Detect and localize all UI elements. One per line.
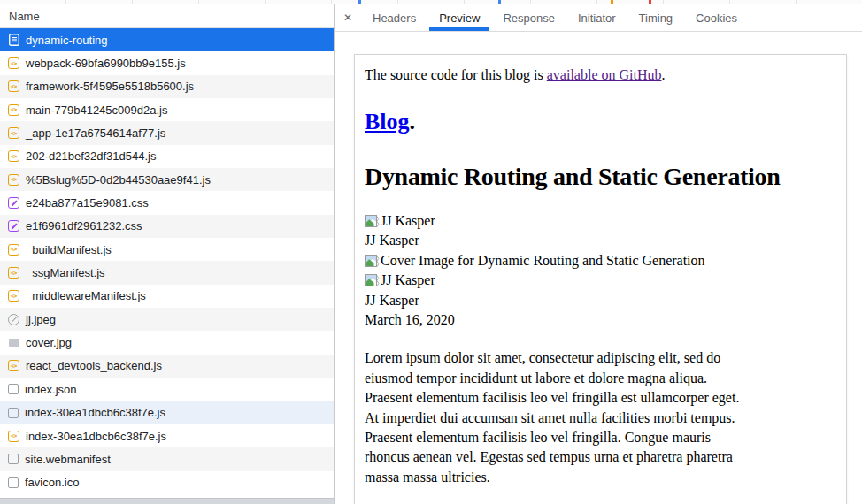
request-row[interactable]: e1f6961df2961232.css bbox=[0, 215, 334, 238]
image-file-icon bbox=[8, 337, 19, 348]
request-list: dynamic-routing<>webpack-69bfa6990bb9e15… bbox=[0, 28, 334, 494]
document-icon bbox=[8, 34, 19, 46]
request-name: %5Bslug%5D-0d2b44530aae9f41.js bbox=[26, 173, 211, 187]
tab-preview[interactable]: Preview bbox=[427, 4, 491, 31]
post-meta-line: JJ Kasper bbox=[365, 211, 837, 231]
request-name: favicon.ico bbox=[25, 476, 79, 489]
close-icon[interactable]: ✕ bbox=[335, 4, 361, 31]
blog-heading: Blog. bbox=[365, 108, 837, 136]
request-row[interactable]: <>_buildManifest.js bbox=[0, 238, 334, 261]
image-file-icon bbox=[8, 314, 19, 325]
generic-file-icon bbox=[8, 477, 19, 488]
request-name: _app-1e17a6754614af77.js bbox=[26, 126, 165, 140]
post-meta-line: Cover Image for Dynamic Routing and Stat… bbox=[365, 251, 837, 271]
post-meta: JJ KasperJJ KasperCover Image for Dynami… bbox=[365, 211, 837, 330]
request-name: webpack-69bfa6990bb9e155.js bbox=[26, 57, 186, 70]
request-row[interactable]: index-30ea1dbcb6c38f7e.js bbox=[0, 401, 334, 424]
request-row[interactable]: dynamic-routing bbox=[0, 28, 334, 51]
request-name: _middlewareManifest.js bbox=[26, 289, 146, 302]
request-name: _buildManifest.js bbox=[26, 243, 112, 256]
script-file-icon: <> bbox=[8, 150, 19, 162]
tab-headers[interactable]: Headers bbox=[361, 4, 427, 31]
request-row[interactable]: favicon.ico bbox=[0, 471, 334, 494]
request-name: framework-5f4595e5518b5600.js bbox=[26, 80, 194, 93]
script-file-icon: <> bbox=[8, 290, 19, 302]
blog-link[interactable]: Blog bbox=[365, 109, 410, 134]
script-file-icon: <> bbox=[8, 244, 19, 256]
post-body-paragraph: Lorem ipsum dolor sit amet, consectetur … bbox=[365, 348, 837, 487]
tab-cookies[interactable]: Cookies bbox=[684, 4, 749, 31]
request-row[interactable]: <>_ssgManifest.js bbox=[0, 261, 334, 284]
meta-text: JJ Kasper bbox=[381, 213, 435, 228]
request-row[interactable]: cover.jpg bbox=[0, 331, 334, 354]
request-row[interactable]: <>%5Bslug%5D-0d2b44530aae9f41.js bbox=[0, 168, 334, 191]
meta-text: March 16, 2020 bbox=[365, 312, 455, 327]
request-name: cover.jpg bbox=[26, 336, 72, 349]
post-meta-line: JJ Kasper bbox=[365, 231, 837, 250]
request-row[interactable]: jj.jpeg bbox=[0, 308, 334, 331]
script-file-icon: <> bbox=[8, 104, 19, 116]
request-row[interactable]: <>_middlewareManifest.js bbox=[0, 285, 334, 308]
request-name: react_devtools_backend.js bbox=[26, 359, 162, 372]
meta-text: JJ Kasper bbox=[365, 233, 419, 248]
devtools-network-panel: Name dynamic-routing<>webpack-69bfa6990b… bbox=[0, 0, 862, 504]
script-file-icon: <> bbox=[8, 127, 19, 139]
preview-rendered-document: The source code for this blog is availab… bbox=[354, 54, 847, 504]
script-file-icon: <> bbox=[8, 80, 19, 92]
overview-tick-red bbox=[649, 0, 651, 4]
request-row[interactable]: <>main-779b41245c009d2a.js bbox=[0, 98, 334, 121]
name-column-label: Name bbox=[9, 10, 40, 23]
request-name: dynamic-routing bbox=[26, 34, 108, 47]
stylesheet-file-icon bbox=[8, 197, 19, 209]
meta-text: JJ Kasper bbox=[365, 293, 419, 308]
request-row[interactable]: index.json bbox=[0, 378, 334, 401]
request-row[interactable]: <>react_devtools_backend.js bbox=[0, 355, 334, 378]
broken-image-icon bbox=[365, 255, 380, 267]
request-name: site.webmanifest bbox=[25, 453, 111, 466]
generic-file-icon bbox=[8, 408, 19, 418]
tab-initiator[interactable]: Initiator bbox=[566, 4, 627, 31]
github-link[interactable]: available on GitHub bbox=[547, 67, 662, 82]
request-row[interactable]: <>webpack-69bfa6990bb9e155.js bbox=[0, 51, 334, 74]
generic-file-icon bbox=[8, 384, 19, 394]
request-row[interactable]: site.webmanifest bbox=[0, 447, 334, 470]
request-name: index.json bbox=[25, 383, 77, 396]
request-name: index-30ea1dbcb6c38f7e.js bbox=[25, 406, 165, 419]
overview-tick-blue bbox=[358, 0, 361, 4]
blog-period: . bbox=[410, 109, 416, 134]
script-file-icon: <> bbox=[8, 174, 19, 186]
request-name: index-30ea1dbcb6c38f7e.js bbox=[26, 430, 166, 443]
generic-file-icon bbox=[8, 454, 19, 464]
request-row[interactable]: <>index-30ea1dbcb6c38f7e.js bbox=[0, 424, 334, 447]
request-row[interactable]: <>_app-1e17a6754614af77.js bbox=[0, 121, 334, 144]
request-row[interactable]: <>framework-5f4595e5518b5600.js bbox=[0, 75, 334, 98]
name-column-header[interactable]: Name bbox=[0, 4, 334, 28]
post-title: Dynamic Routing and Static Generation bbox=[365, 161, 837, 193]
broken-image-icon bbox=[365, 274, 380, 286]
stylesheet-file-icon bbox=[8, 220, 19, 232]
request-table: Name dynamic-routing<>webpack-69bfa6990b… bbox=[0, 4, 335, 504]
meta-text: Cover Image for Dynamic Routing and Stat… bbox=[381, 253, 705, 268]
request-name: jj.jpeg bbox=[26, 313, 56, 326]
request-details-pane: ✕ HeadersPreviewResponseInitiatorTimingC… bbox=[335, 4, 862, 504]
script-file-icon: <> bbox=[8, 57, 19, 69]
request-name: 202-d21bef32df31d544.js bbox=[26, 149, 156, 163]
overview-tick-blue bbox=[498, 0, 501, 4]
intro-text: The source code for this blog is bbox=[365, 67, 547, 82]
broken-image-icon bbox=[365, 215, 380, 227]
post-meta-line: JJ Kasper bbox=[365, 271, 837, 290]
request-name: e24ba877a15e9081.css bbox=[26, 196, 149, 210]
request-name: main-779b41245c009d2a.js bbox=[26, 103, 167, 117]
tab-timing[interactable]: Timing bbox=[627, 4, 685, 31]
details-tabbar: ✕ HeadersPreviewResponseInitiatorTimingC… bbox=[335, 4, 862, 32]
tab-response[interactable]: Response bbox=[491, 4, 566, 31]
post-meta-line: March 16, 2020 bbox=[365, 310, 837, 330]
post-meta-line: JJ Kasper bbox=[365, 291, 837, 310]
request-row[interactable]: <>202-d21bef32df31d544.js bbox=[0, 145, 334, 168]
overview-tick-orange bbox=[611, 0, 613, 4]
request-name: e1f6961df2961232.css bbox=[26, 219, 142, 233]
script-file-icon: <> bbox=[8, 360, 19, 371]
intro-period: . bbox=[661, 67, 665, 82]
request-row[interactable]: e24ba877a15e9081.css bbox=[0, 191, 334, 214]
meta-text: JJ Kasper bbox=[381, 272, 435, 287]
